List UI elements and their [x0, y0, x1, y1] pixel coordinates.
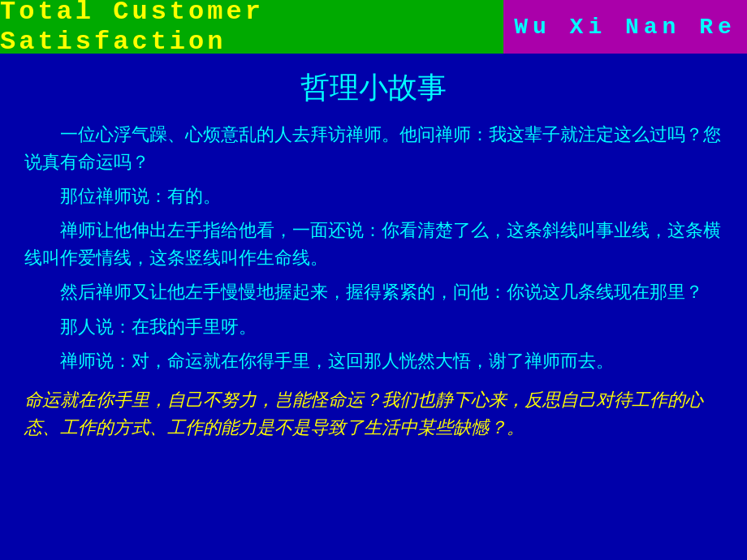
- header-left: Total Customer Satisfaction: [0, 0, 503, 54]
- header-title-right: Wu Xi Nan Re: [514, 15, 736, 40]
- paragraph-6: 禅师说：对，命运就在你得手里，这回那人恍然大悟，谢了禅师而去。: [24, 347, 723, 375]
- header: Total Customer Satisfaction Wu Xi Nan Re: [0, 0, 747, 54]
- paragraph-3: 禅师让他伸出左手指给他看，一面还说：你看清楚了么，这条斜线叫事业线，这条横线叫作…: [24, 217, 723, 272]
- header-title-left: Total Customer Satisfaction: [0, 0, 503, 57]
- italic-section: 命运就在你手里，自己不努力，岂能怪命运？我们也静下心来，反思自己对待工作的心态、…: [24, 386, 723, 442]
- paragraph-4: 然后禅师又让他左手慢慢地握起来，握得紧紧的，问他：你说这几条线现在那里？: [24, 278, 723, 306]
- page-title: 哲理小故事: [24, 68, 723, 108]
- paragraph-1: 一位心浮气躁、心烦意乱的人去拜访禅师。他问禅师：我这辈子就注定这么过吗？您说真有…: [24, 121, 723, 176]
- header-right: Wu Xi Nan Re: [503, 0, 747, 54]
- main-content: 哲理小故事 一位心浮气躁、心烦意乱的人去拜访禅师。他问禅师：我这辈子就注定这么过…: [0, 54, 747, 458]
- paragraph-5: 那人说：在我的手里呀。: [24, 313, 723, 341]
- paragraph-2: 那位禅师说：有的。: [24, 183, 723, 210]
